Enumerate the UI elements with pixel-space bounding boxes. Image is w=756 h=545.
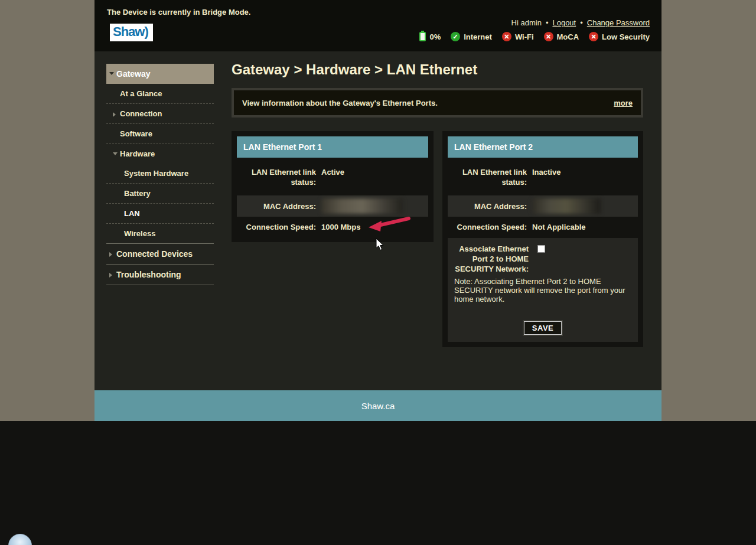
wifi-status-label: Wi-Fi bbox=[515, 32, 534, 41]
wifi-status: ✕ Wi-Fi bbox=[502, 32, 534, 41]
breadcrumb-title: Gateway > Hardware > LAN Ethernet bbox=[232, 61, 643, 78]
sidebar-item-lan[interactable]: LAN bbox=[106, 204, 214, 223]
status-bar: 0% ✓ Internet ✕ Wi-Fi ✕ MoCA ✕ Low Secur… bbox=[419, 32, 650, 41]
port-panels: LAN Ethernet Port 1 LAN Ethernet link st… bbox=[232, 131, 643, 347]
associate-note: Note: Associating Ethernet Port 2 to HOM… bbox=[453, 277, 633, 303]
table-row: LAN Ethernet link status: Active bbox=[237, 162, 428, 195]
link-status-label: LAN Ethernet link status: bbox=[448, 167, 527, 187]
app-footer: Shaw.ca bbox=[94, 390, 662, 421]
lan-port-1-panel: LAN Ethernet Port 1 LAN Ethernet link st… bbox=[232, 131, 434, 242]
connection-speed-value: 1000 Mbps bbox=[321, 222, 428, 232]
bridge-mode-notice: The Device is currently in Bridge Mode. bbox=[107, 8, 250, 17]
associate-label: Associate Ethernet Port 2 to HOME SECURI… bbox=[453, 244, 529, 274]
lan-port-2-panel: LAN Ethernet Port 2 LAN Ethernet link st… bbox=[442, 131, 643, 347]
table-row: Connection Speed: Not Applicable bbox=[448, 217, 638, 237]
more-link[interactable]: more bbox=[614, 99, 633, 107]
associate-section: Associate Ethernet Port 2 to HOME SECURI… bbox=[448, 238, 638, 342]
user-bar: Hi admin • Logout • Change Password bbox=[511, 18, 650, 27]
change-password-link[interactable]: Change Password bbox=[587, 18, 650, 27]
battery-status: 0% bbox=[419, 32, 441, 41]
sidebar-item-system-hardware[interactable]: System Hardware bbox=[106, 164, 214, 183]
sidebar-nav: Gateway At a Glance Connection Software bbox=[106, 64, 214, 285]
battery-icon bbox=[419, 32, 426, 41]
x-circle-icon: ✕ bbox=[544, 32, 553, 41]
corner-orb-icon bbox=[8, 534, 32, 545]
sidebar-item-hardware[interactable]: Hardware bbox=[106, 144, 214, 164]
table-row: Connection Speed: 1000 Mbps bbox=[237, 217, 428, 237]
redacted-mac-address bbox=[321, 198, 403, 214]
shaw-logo-text: Shaw) bbox=[113, 24, 148, 39]
chevron-down-icon bbox=[113, 152, 118, 155]
app-header: The Device is currently in Bridge Mode. … bbox=[94, 0, 662, 51]
screen: The Device is currently in Bridge Mode. … bbox=[0, 0, 756, 545]
chevron-down-icon bbox=[109, 72, 114, 75]
internet-status: ✓ Internet bbox=[451, 32, 492, 41]
link-status-label: LAN Ethernet link status: bbox=[237, 167, 316, 187]
info-bar: View information about the Gateway's Eth… bbox=[232, 88, 643, 118]
redacted-mac-address bbox=[532, 198, 601, 214]
sidebar-item-battery[interactable]: Battery bbox=[106, 184, 214, 203]
save-button[interactable]: SAVE bbox=[524, 321, 562, 335]
lan-port-2-header: LAN Ethernet Port 2 bbox=[448, 136, 638, 158]
connection-speed-label: Connection Speed: bbox=[237, 222, 316, 232]
separator-dot: • bbox=[546, 18, 549, 27]
logout-link[interactable]: Logout bbox=[552, 18, 576, 27]
security-status-label: Low Security bbox=[602, 32, 650, 41]
chevron-right-icon bbox=[113, 112, 116, 117]
link-status-value: Inactive bbox=[532, 167, 638, 187]
moca-status-label: MoCA bbox=[557, 32, 579, 41]
connection-speed-label: Connection Speed: bbox=[448, 222, 527, 232]
moca-status: ✕ MoCA bbox=[544, 32, 579, 41]
connection-speed-value: Not Applicable bbox=[532, 222, 638, 232]
mac-address-label: MAC Address: bbox=[237, 201, 316, 211]
footer-brand-text: Shaw.ca bbox=[361, 401, 395, 411]
internet-status-label: Internet bbox=[464, 32, 492, 41]
sidebar-item-at-a-glance[interactable]: At a Glance bbox=[106, 84, 214, 103]
battery-percent: 0% bbox=[429, 32, 441, 41]
gateway-admin-app: The Device is currently in Bridge Mode. … bbox=[94, 0, 662, 421]
lan-port-1-header: LAN Ethernet Port 1 bbox=[237, 136, 428, 158]
separator-dot: • bbox=[580, 18, 583, 27]
mac-address-label: MAC Address: bbox=[448, 201, 527, 211]
table-row: MAC Address: bbox=[237, 195, 428, 217]
app-body: Gateway At a Glance Connection Software bbox=[94, 51, 662, 390]
link-status-value: Active bbox=[321, 167, 428, 187]
sidebar-item-connected-devices[interactable]: Connected Devices bbox=[106, 244, 214, 264]
divider bbox=[106, 285, 214, 285]
sidebar-item-troubleshooting[interactable]: Troubleshooting bbox=[106, 265, 214, 285]
greeting-text: Hi admin bbox=[511, 18, 542, 27]
check-circle-icon: ✓ bbox=[451, 32, 460, 41]
shaw-logo: Shaw) bbox=[110, 24, 153, 41]
x-circle-icon: ✕ bbox=[589, 32, 598, 41]
chevron-right-icon bbox=[109, 252, 112, 257]
sidebar-item-software[interactable]: Software bbox=[106, 124, 214, 143]
security-status: ✕ Low Security bbox=[589, 32, 650, 41]
table-row: LAN Ethernet link status: Inactive bbox=[448, 162, 638, 195]
sidebar-item-gateway[interactable]: Gateway bbox=[106, 64, 214, 84]
main-content: Gateway > Hardware > LAN Ethernet View i… bbox=[232, 61, 643, 347]
sidebar-item-connection[interactable]: Connection bbox=[106, 104, 214, 123]
sidebar-item-wireless[interactable]: Wireless bbox=[106, 224, 214, 243]
info-bar-text: View information about the Gateway's Eth… bbox=[242, 99, 614, 107]
x-circle-icon: ✕ bbox=[502, 32, 511, 41]
associate-checkbox[interactable] bbox=[537, 245, 545, 253]
table-row: MAC Address: bbox=[448, 195, 638, 217]
chevron-right-icon bbox=[109, 273, 112, 278]
